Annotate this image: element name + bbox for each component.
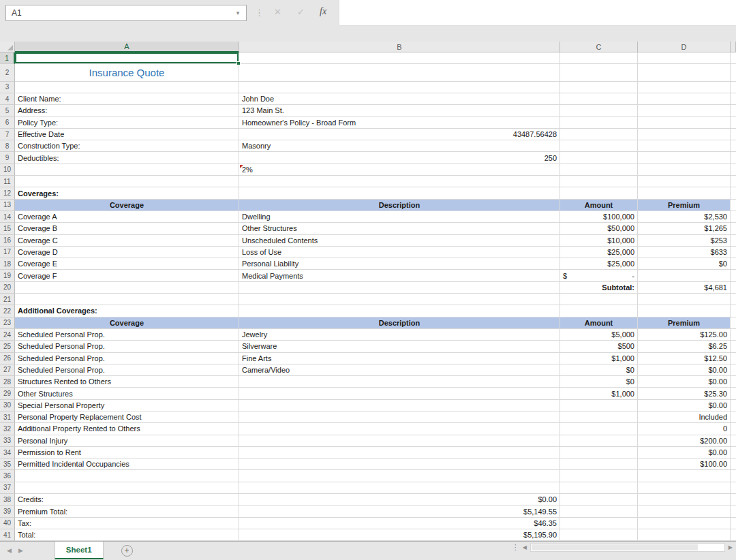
row-header-33[interactable]: 33 [0,435,15,447]
cell-A23[interactable]: Coverage [15,317,239,329]
cell-C32[interactable] [560,423,638,435]
cell-D5[interactable] [638,105,731,116]
cell-B41[interactable]: $5,195.90 [239,529,560,541]
cell-A13[interactable]: Coverage [15,200,239,211]
cell-B4[interactable]: John Doe [239,93,560,105]
cell-A17[interactable]: Coverage D [15,247,239,258]
cell-x19[interactable] [731,270,736,281]
cell-B22[interactable] [239,305,560,317]
cell-B2[interactable] [239,64,560,81]
cell-A21[interactable] [15,294,239,305]
row-header-40[interactable]: 40 [0,518,15,529]
cell-D33[interactable]: $200.00 [638,435,731,447]
cell-C15[interactable]: $50,000 [560,223,638,234]
cell-C39[interactable] [560,505,638,517]
cell-C9[interactable] [560,152,638,164]
row-header-31[interactable]: 31 [0,411,15,423]
cell-A38[interactable]: Credits: [15,494,239,505]
row-header-17[interactable]: 17 [0,247,15,258]
cell-x9[interactable] [731,152,736,164]
cell-B10[interactable]: 2% [239,164,560,176]
row-header-23[interactable]: 23 [0,317,15,329]
row-header-38[interactable]: 38 [0,494,15,505]
cell-D23[interactable]: Premium [638,317,731,329]
cell-D29[interactable]: $25.30 [638,388,731,399]
cell-A28[interactable]: Structures Rented to Others [15,376,239,388]
cell-A8[interactable]: Construction Type: [15,140,239,152]
cell-x25[interactable] [731,341,736,352]
cell-A22[interactable]: Additional Coverages: [15,305,239,317]
row-header-14[interactable]: 14 [0,211,15,223]
cell-B26[interactable]: Fine Arts [239,353,560,364]
cell-x33[interactable] [731,435,736,447]
cell-C29[interactable]: $1,000 [560,388,638,399]
column-header-B[interactable]: B [239,42,560,52]
cell-x34[interactable] [731,447,736,458]
hscroll-left-icon[interactable]: ◀ [523,544,527,550]
cell-B18[interactable]: Personal Liability [239,258,560,270]
cell-x14[interactable] [731,211,736,223]
cell-B12[interactable] [239,187,560,199]
column-header-D[interactable]: D [638,42,731,52]
cell-A37[interactable] [15,482,239,494]
cell-C24[interactable]: $5,000 [560,329,638,341]
cell-x3[interactable] [731,82,736,93]
cell-x13[interactable] [731,200,736,211]
tab-splitter-icon[interactable]: ⋮ [512,543,519,552]
cell-A40[interactable]: Tax: [15,518,239,529]
fill-handle[interactable] [236,61,241,65]
cell-B1[interactable] [239,52,560,64]
cell-x4[interactable] [731,93,736,105]
cell-D2[interactable] [638,64,731,81]
cell-B25[interactable]: Silverware [239,341,560,352]
column-header-overflow[interactable] [731,42,736,52]
cell-x5[interactable] [731,105,736,116]
cell-A7[interactable]: Effective Date [15,129,239,140]
cell-A30[interactable]: Special Personal Property [15,400,239,411]
cell-B32[interactable] [239,423,560,435]
cell-C28[interactable]: $0 [560,376,638,388]
row-header-5[interactable]: 5 [0,105,15,116]
cell-C16[interactable]: $10,000 [560,235,638,247]
row-header-41[interactable]: 41 [0,529,15,541]
cell-D20[interactable]: $4,681 [638,282,731,294]
cell-B39[interactable]: $5,149.55 [239,505,560,517]
cell-A29[interactable]: Other Structures [15,388,239,399]
row-header-8[interactable]: 8 [0,140,15,152]
enter-icon[interactable]: ✓ [297,7,305,17]
cell-x10[interactable] [731,164,736,176]
cell-B5[interactable]: 123 Main St. [239,105,560,116]
cell-C5[interactable] [560,105,638,116]
row-header-27[interactable]: 27 [0,364,15,376]
cell-D6[interactable] [638,117,731,129]
cell-D12[interactable] [638,187,731,199]
cell-x6[interactable] [731,117,736,129]
cell-D39[interactable] [638,505,731,517]
row-header-28[interactable]: 28 [0,376,15,388]
cell-x37[interactable] [731,482,736,494]
cell-B3[interactable] [239,82,560,93]
cell-x30[interactable] [731,400,736,411]
cell-A9[interactable]: Deductibles: [15,152,239,164]
cell-x26[interactable] [731,353,736,364]
row-header-26[interactable]: 26 [0,353,15,364]
cell-B24[interactable]: Jewelry [239,329,560,341]
name-box-dropdown-icon[interactable]: ▾ [230,10,246,16]
row-header-13[interactable]: 13 [0,200,15,211]
cell-D21[interactable] [638,294,731,305]
cell-C34[interactable] [560,447,638,458]
cell-D37[interactable] [638,482,731,494]
cell-D9[interactable] [638,152,731,164]
cell-A20[interactable] [15,282,239,294]
cell-B33[interactable] [239,435,560,447]
cell-x8[interactable] [731,140,736,152]
cell-C36[interactable] [560,470,638,482]
cell-x20[interactable] [731,282,736,294]
cell-D38[interactable] [638,494,731,505]
hscroll-right-icon[interactable]: ▶ [729,544,733,550]
cell-C35[interactable] [560,458,638,470]
cell-B7[interactable]: 43487.56428 [239,129,560,140]
cell-C31[interactable] [560,411,638,423]
cell-D24[interactable]: $125.00 [638,329,731,341]
cell-C7[interactable] [560,129,638,140]
